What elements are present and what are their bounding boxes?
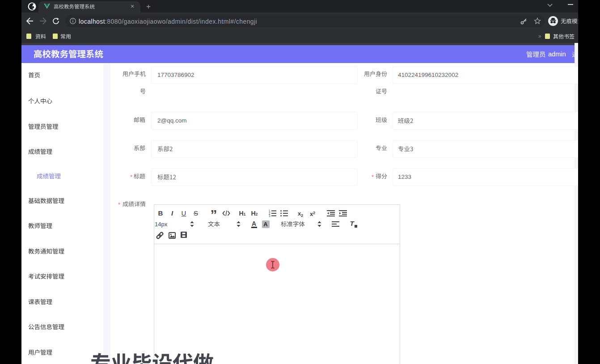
svg-text:3: 3	[269, 214, 270, 217]
